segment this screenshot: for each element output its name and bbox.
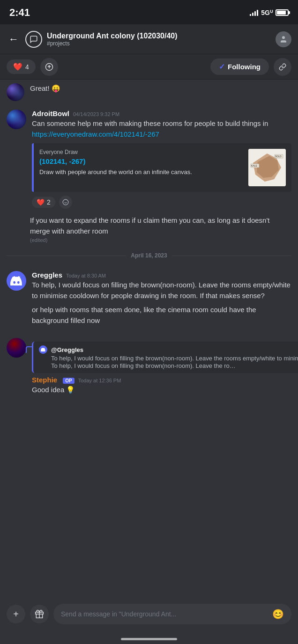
stephie-username: Stephie bbox=[32, 376, 57, 384]
message-greggles: Greggles Today at 8:30 AM To help, I wou… bbox=[0, 266, 298, 330]
link-preview-desc: Draw with people around the world on an … bbox=[39, 168, 243, 176]
signal-bars-icon bbox=[250, 9, 258, 16]
link-button[interactable] bbox=[274, 58, 291, 76]
home-indicator bbox=[121, 638, 177, 640]
messages-area: Great! 😛 AdroitBowl 04/14/2023 9:32 PM C… bbox=[0, 80, 298, 405]
adroitbowl-continuation: If you want to expand the rooms if u cla… bbox=[0, 213, 298, 245]
adroitbowl-timestamp: 04/14/2023 9:32 PM bbox=[73, 111, 119, 117]
heart-reaction-emoji: ❤️ bbox=[37, 198, 45, 206]
network-type: 5Gᵁ bbox=[261, 9, 273, 16]
reply-discord-icon bbox=[39, 345, 47, 354]
heart-reaction-pill[interactable]: ❤️ 2 bbox=[32, 197, 55, 208]
message-stephie: @Greggles To help, I would focus on fill… bbox=[0, 333, 298, 400]
adroitbowl-header: AdroitBowl 04/14/2023 9:32 PM bbox=[32, 110, 291, 117]
input-placeholder: Send a message in "Underground Ant... bbox=[61, 610, 176, 618]
reply-text: To help, I would focus on filling the br… bbox=[51, 355, 298, 362]
heart-reaction-count: 2 bbox=[47, 198, 51, 206]
following-button[interactable]: ✓ Following bbox=[210, 59, 269, 75]
greggles-content: Greggles Today at 8:30 AM To help, I wou… bbox=[32, 271, 291, 326]
greggles-avatar bbox=[7, 271, 26, 291]
edited-label: (edited) bbox=[30, 237, 291, 243]
message-input[interactable]: Send a message in "Underground Ant... 😊 bbox=[53, 604, 291, 624]
link-preview-text-block: Everyone Draw (102141, -267) Draw with p… bbox=[39, 149, 243, 176]
channel-icon bbox=[25, 31, 42, 48]
action-bar: ❤️ 4 ✓ Following bbox=[0, 54, 298, 80]
adroitbowl-username: AdroitBowl bbox=[32, 110, 69, 117]
back-button[interactable]: ← bbox=[7, 31, 21, 47]
adroitbowl-content: AdroitBowl 04/14/2023 9:32 PM Can someon… bbox=[32, 110, 291, 209]
link-preview-card: Everyone Draw (102141, -267) Draw with p… bbox=[32, 143, 291, 192]
adroitbowl-continuation-text: If you want to expand the rooms if u cla… bbox=[30, 215, 291, 236]
channel-title: Underground Ant colony (102030/40) bbox=[47, 31, 271, 40]
stephie-text: Good idea 💡 bbox=[32, 385, 298, 395]
divider-line-right bbox=[172, 256, 291, 256]
add-button[interactable]: + bbox=[7, 605, 25, 623]
reply-quote-text: To help, I would focus on filling the br… bbox=[51, 362, 238, 369]
stephie-avatar bbox=[7, 338, 26, 358]
reply-username: @Greggles bbox=[51, 346, 83, 353]
date-divider-text: April 16, 2023 bbox=[131, 252, 167, 259]
avatar-galaxy bbox=[7, 83, 24, 101]
heart-reaction-button[interactable]: ❤️ 4 bbox=[7, 59, 36, 74]
svg-point-0 bbox=[282, 36, 285, 39]
heart-icon: ❤️ bbox=[13, 62, 22, 71]
greggles-text1: To help, I would focus on filling the br… bbox=[32, 280, 291, 301]
gift-button[interactable] bbox=[30, 605, 49, 623]
plus-icon: + bbox=[13, 609, 19, 620]
status-time: 2:41 bbox=[9, 7, 30, 19]
channel-header: ← Underground Ant colony (102030/40) #pr… bbox=[0, 24, 298, 54]
channel-subtitle: #projects bbox=[47, 40, 271, 47]
battery-icon bbox=[276, 9, 289, 16]
date-divider: April 16, 2023 bbox=[0, 245, 298, 266]
stephie-header: Stephie OP Today at 12:36 PM bbox=[32, 376, 298, 384]
truncated-msg-text: Great! 😛 bbox=[30, 83, 291, 94]
message-truncated: Great! 😛 bbox=[0, 80, 298, 105]
channel-title-block: Underground Ant colony (102030/40) #proj… bbox=[47, 31, 271, 47]
greggles-username: Greggles bbox=[32, 271, 62, 279]
add-reaction-button[interactable] bbox=[59, 196, 72, 209]
reply-quote: @Greggles To help, I would focus on fill… bbox=[32, 342, 298, 373]
following-label: Following bbox=[228, 63, 261, 71]
divider-line-left bbox=[7, 256, 126, 256]
op-badge: OP bbox=[63, 378, 74, 384]
adroitbowl-text: Can someone help me with making these ro… bbox=[32, 118, 291, 139]
reply-quote-content: @Greggles To help, I would focus on fill… bbox=[51, 345, 298, 369]
svg-text:KALE: KALE bbox=[251, 164, 257, 167]
boost-button[interactable] bbox=[40, 58, 58, 76]
status-bar: 2:41 5Gᵁ bbox=[0, 0, 298, 24]
link-preview-image: SOLD KALE bbox=[248, 149, 286, 186]
adroitbowl-reactions: ❤️ 2 bbox=[32, 196, 291, 209]
everyonedraw-link[interactable]: https://everyonedraw.com/4/102141/-267 bbox=[32, 130, 159, 138]
greggles-header: Greggles Today at 8:30 AM bbox=[32, 271, 291, 279]
svg-text:SOLD: SOLD bbox=[275, 155, 282, 158]
link-preview-title[interactable]: (102141, -267) bbox=[39, 157, 243, 165]
greggles-text2: or help with rooms that seem done, like … bbox=[32, 305, 291, 326]
message-adroitbowl: AdroitBowl 04/14/2023 9:32 PM Can someon… bbox=[0, 105, 298, 213]
message-input-bar: + Send a message in "Underground Ant... … bbox=[0, 598, 298, 630]
truncated-msg-content: Great! 😛 bbox=[30, 83, 291, 94]
adroitbowl-avatar bbox=[7, 110, 26, 129]
stephie-timestamp: Today at 12:36 PM bbox=[78, 378, 121, 383]
svg-point-7 bbox=[63, 199, 68, 205]
link-preview-source: Everyone Draw bbox=[39, 149, 243, 155]
heart-count: 4 bbox=[25, 63, 29, 71]
status-icons: 5Gᵁ bbox=[250, 9, 289, 16]
greggles-timestamp: Today at 8:30 AM bbox=[66, 273, 106, 278]
checkmark-icon: ✓ bbox=[219, 62, 225, 71]
stephie-content: @Greggles To help, I would focus on fill… bbox=[32, 338, 298, 395]
user-avatar-button[interactable] bbox=[276, 31, 291, 47]
emoji-button[interactable]: 😊 bbox=[272, 608, 284, 620]
